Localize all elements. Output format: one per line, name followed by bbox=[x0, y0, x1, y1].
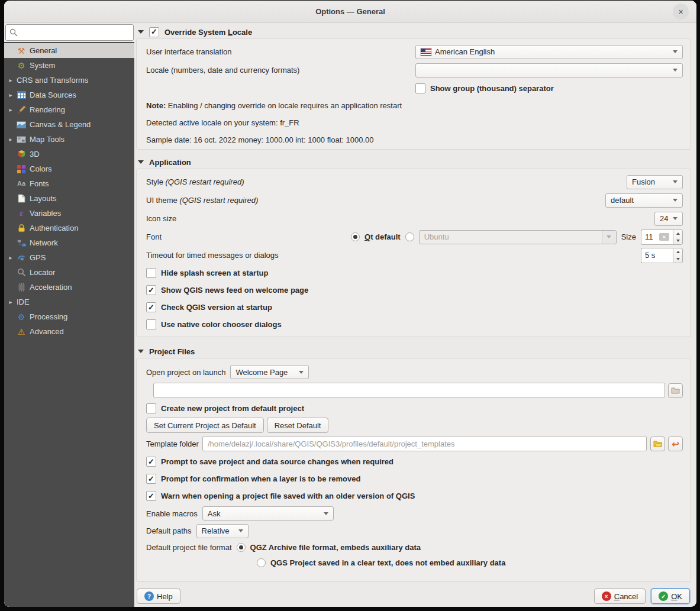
sidebar-item-3d[interactable]: 3D bbox=[4, 147, 134, 161]
prompt-save-checkbox[interactable] bbox=[146, 457, 156, 467]
style-dropdown[interactable]: Fusion bbox=[627, 175, 683, 189]
sidebar-item-system[interactable]: ⚙ System bbox=[4, 58, 134, 73]
prompt-confirm-remove-label: Prompt for confirmation when a layer is … bbox=[161, 474, 360, 483]
sidebar-item-rendering[interactable]: ▸ Rendering bbox=[4, 102, 134, 117]
font-family-dropdown[interactable]: Ubuntu bbox=[419, 230, 617, 244]
prompt-confirm-remove-checkbox[interactable] bbox=[146, 474, 156, 484]
ui-translation-dropdown[interactable]: American English bbox=[415, 45, 683, 59]
application-group: Style (QGIS restart required) Fusion UI … bbox=[136, 169, 691, 337]
undo-arrow-icon: ↩ bbox=[672, 439, 679, 448]
timeout-stepper: 5 s bbox=[641, 248, 683, 263]
chevron-down-icon bbox=[324, 512, 328, 515]
timeout-label: Timeout for timed messages or dialogs bbox=[146, 251, 279, 260]
ui-theme-dropdown[interactable]: default bbox=[605, 193, 683, 208]
sidebar-item-label: Variables bbox=[28, 209, 61, 218]
enable-macros-dropdown[interactable]: Ask bbox=[202, 506, 334, 521]
sidebar-item-network[interactable]: Network bbox=[4, 235, 134, 250]
news-feed-checkbox[interactable] bbox=[146, 285, 156, 295]
open-project-dropdown[interactable]: Welcome Page bbox=[230, 365, 309, 379]
spin-down-icon[interactable] bbox=[673, 237, 682, 244]
timeout-value[interactable]: 5 s bbox=[645, 251, 669, 260]
sidebar-item-label: Canvas & Legend bbox=[28, 120, 91, 129]
native-color-label: Use native color chooser dialogs bbox=[161, 320, 282, 329]
default-paths-dropdown[interactable]: Relative bbox=[196, 524, 249, 538]
browse-project-button[interactable] bbox=[668, 383, 683, 398]
spin-down-icon[interactable] bbox=[673, 256, 682, 263]
native-color-checkbox[interactable] bbox=[146, 319, 156, 329]
sidebar-item-variables[interactable]: ε Variables bbox=[4, 206, 134, 221]
override-locale-checkbox[interactable] bbox=[149, 27, 159, 37]
clear-value-icon[interactable]: × bbox=[659, 233, 669, 241]
check-version-checkbox[interactable] bbox=[146, 302, 156, 312]
sidebar-item-ide[interactable]: ▸ IDE bbox=[4, 295, 134, 309]
help-icon: ? bbox=[144, 591, 154, 601]
sidebar-search-input[interactable] bbox=[5, 24, 134, 41]
enable-macros-label: Enable macros bbox=[146, 509, 198, 518]
override-locale-section-header: Override System Locale bbox=[138, 25, 691, 38]
general-settings-pane: Override System Locale User interface tr… bbox=[134, 23, 696, 607]
cancel-x-icon: × bbox=[602, 591, 611, 601]
variables-icon: ε bbox=[15, 209, 28, 217]
qgs-format-radio[interactable] bbox=[257, 558, 266, 567]
fonts-icon: Aa bbox=[15, 180, 28, 187]
processing-gear-icon: ⚙ bbox=[15, 313, 28, 321]
sidebar-item-colors[interactable]: Colors bbox=[4, 161, 134, 176]
sidebar-item-canvas-legend[interactable]: Canvas & Legend bbox=[4, 117, 134, 132]
sidebar-item-label: Network bbox=[28, 238, 58, 247]
us-flag-icon bbox=[421, 49, 431, 56]
ok-button[interactable]: ✓OK bbox=[651, 589, 690, 604]
icon-size-dropdown[interactable]: 24 bbox=[654, 212, 683, 226]
sidebar-item-data-sources[interactable]: ▸ Data Sources bbox=[4, 88, 134, 102]
reset-default-button[interactable]: Reset Default bbox=[267, 418, 329, 433]
sidebar-item-label: Layouts bbox=[28, 194, 57, 203]
detected-locale-line: Detected active locale on your system: f… bbox=[146, 114, 683, 131]
sidebar-nav: ⚒ General ⚙ System ▸ CRS and Transforms … bbox=[4, 42, 134, 607]
collapse-arrow-icon[interactable] bbox=[138, 350, 144, 353]
project-files-title: Project Files bbox=[149, 347, 195, 356]
sidebar-item-map-tools[interactable]: ▸ Map Tools bbox=[4, 132, 134, 147]
style-restart-note: (QGIS restart required) bbox=[166, 177, 244, 186]
hide-splash-checkbox[interactable] bbox=[146, 268, 156, 278]
sidebar-item-gps[interactable]: ▸ GPS bbox=[4, 250, 134, 265]
application-title: Application bbox=[149, 158, 191, 167]
sidebar-item-layouts[interactable]: Layouts bbox=[4, 191, 134, 206]
sidebar-item-processing[interactable]: ⚙ Processing bbox=[4, 309, 134, 324]
font-label: Font bbox=[146, 232, 162, 241]
sidebar-item-acceleration[interactable]: Acceleration bbox=[4, 280, 134, 295]
ui-theme-label: UI theme bbox=[146, 196, 178, 205]
create-new-project-checkbox[interactable] bbox=[146, 403, 156, 413]
sidebar-item-authentication[interactable]: Authentication bbox=[4, 221, 134, 235]
group-separator-checkbox[interactable] bbox=[415, 83, 425, 93]
map-tools-icon bbox=[15, 136, 28, 143]
qgz-format-radio[interactable] bbox=[237, 543, 246, 552]
collapse-arrow-icon[interactable] bbox=[138, 160, 144, 164]
template-folder-input[interactable]: /home/delazj/.local/share/QGIS/QGIS3/pro… bbox=[202, 436, 647, 451]
launch-project-path-input[interactable] bbox=[153, 383, 665, 398]
hide-splash-label: Hide splash screen at startup bbox=[161, 269, 268, 277]
network-icon bbox=[15, 239, 28, 247]
sidebar-item-advanced[interactable]: ⚠ Advanced bbox=[4, 324, 134, 339]
close-icon[interactable]: × bbox=[673, 4, 689, 20]
set-current-project-default-button[interactable]: Set Current Project as Default bbox=[146, 418, 264, 433]
locale-format-label: Locale (numbers, date and currency forma… bbox=[146, 66, 299, 75]
check-version-label: Check QGIS version at startup bbox=[161, 303, 272, 312]
reset-template-folder-button[interactable]: ↩ bbox=[668, 437, 683, 451]
cancel-button[interactable]: ×Cancel bbox=[594, 589, 646, 604]
application-section-header: Application bbox=[138, 156, 691, 169]
sidebar-item-crs-and-transforms[interactable]: ▸ CRS and Transforms bbox=[4, 73, 134, 88]
collapse-arrow-icon[interactable] bbox=[138, 30, 144, 34]
sidebar-item-general[interactable]: ⚒ General bbox=[4, 43, 134, 58]
spin-up-icon[interactable] bbox=[673, 230, 682, 237]
browse-template-folder-button[interactable] bbox=[650, 437, 665, 451]
qt-default-radio[interactable] bbox=[351, 232, 360, 241]
locale-format-dropdown[interactable] bbox=[415, 63, 683, 77]
chevron-down-icon bbox=[673, 217, 678, 220]
font-size-value[interactable]: 11 bbox=[645, 232, 656, 241]
colors-icon bbox=[15, 165, 28, 173]
custom-font-radio[interactable] bbox=[405, 232, 414, 241]
warn-older-version-checkbox[interactable] bbox=[146, 491, 156, 501]
sidebar-item-locator[interactable]: Locator bbox=[4, 265, 134, 280]
help-button[interactable]: ?Help bbox=[137, 589, 180, 604]
sidebar-item-fonts[interactable]: Aa Fonts bbox=[4, 176, 134, 191]
spin-up-icon[interactable] bbox=[673, 248, 682, 256]
